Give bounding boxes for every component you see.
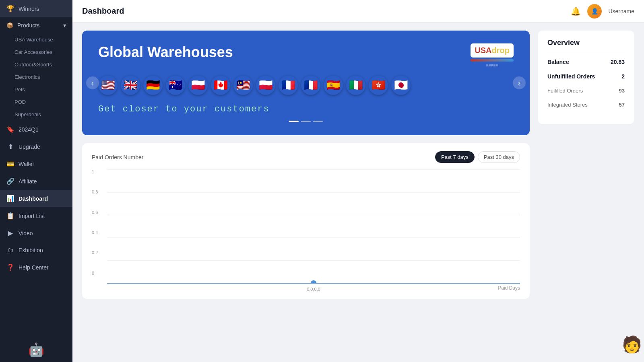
exhibition-icon: 🗂 — [6, 247, 14, 254]
y-label-04: 0.4 — [92, 230, 104, 235]
flag-au: 🇦🇺 — [166, 76, 185, 95]
sidebar-item-upgrade[interactable]: ⬆ Upgrade — [0, 138, 72, 155]
flag-de: 🇩🇪 — [143, 76, 163, 95]
logo-drop: drop — [492, 46, 510, 55]
dot-3[interactable] — [313, 121, 323, 122]
unfulfilled-label: Unfulfilled Orders — [547, 73, 595, 80]
stores-value: 57 — [619, 102, 625, 108]
2024q1-icon: 🔖 — [6, 125, 14, 133]
banner-top: Global Warehouses USA drop ≡≡≡≡≡ — [98, 43, 514, 68]
sidebar-item-help-label: Help Center — [19, 264, 49, 271]
sidebar-item-wallet[interactable]: 💳 Wallet — [0, 155, 72, 173]
main-content: Dashboard 🔔 👤 Username ‹ › Global Wareho… — [72, 0, 644, 362]
sidebar-item-exhibition-label: Exhibition — [19, 247, 43, 253]
flag-jp: 🇯🇵 — [391, 76, 411, 95]
top-header: Dashboard 🔔 👤 Username — [72, 0, 644, 23]
content-left: ‹ › Global Warehouses USA drop ≡≡≡≡≡ — [82, 31, 530, 354]
user-avatar[interactable]: 👤 — [587, 4, 602, 19]
stores-label: Integrated Stores — [547, 102, 588, 108]
logo-subtitle: ≡≡≡≡≡ — [471, 63, 514, 68]
chart-y-axis: 1 0.8 0.6 0.4 0.2 0 — [92, 169, 104, 284]
balance-label: Balance — [547, 59, 569, 65]
banner-logo: USA drop ≡≡≡≡≡ — [471, 43, 514, 68]
submenu-electronics[interactable]: Electronics — [14, 71, 72, 83]
flag-pl2: 🇵🇱 — [256, 76, 275, 95]
video-icon: ▶ — [6, 229, 14, 237]
import-list-icon: 📋 — [6, 212, 14, 220]
sidebar: 🏆 Winners 📦 Products ▾ USA Warehouse Car… — [0, 0, 72, 362]
overview-divider — [547, 52, 625, 52]
overview-row-balance: Balance 20.83 — [547, 59, 625, 65]
sidebar-item-video-label: Video — [19, 230, 33, 237]
affiliate-icon: 🔗 — [6, 177, 14, 185]
banner-next-button[interactable]: › — [513, 76, 526, 89]
sidebar-item-affiliate-label: Affiliate — [19, 178, 37, 185]
sidebar-item-dashboard[interactable]: 📊 Dashboard — [0, 190, 72, 207]
flag-fr1: 🇫🇷 — [279, 76, 298, 95]
chart-title: Paid Orders Number — [92, 154, 143, 160]
chart-btn-30days[interactable]: Past 30 days — [478, 151, 520, 163]
chevron-icon: ▾ — [63, 22, 66, 29]
banner-heading: Global Warehouses — [98, 43, 233, 61]
help-icon: ❓ — [6, 263, 14, 271]
flag-uk: 🇬🇧 — [121, 76, 140, 95]
wallet-icon: 💳 — [6, 160, 14, 168]
sidebar-item-import-list-label: Import List — [19, 213, 45, 219]
y-label-1: 1 — [92, 169, 104, 174]
sidebar-item-exhibition[interactable]: 🗂 Exhibition — [0, 242, 72, 259]
overview-row-unfulfilled: Unfulfilled Orders 2 — [547, 73, 625, 80]
upgrade-icon: ⬆ — [6, 143, 14, 150]
overview-card: Overview Balance 20.83 Unfulfilled Order… — [538, 31, 634, 124]
overview-title: Overview — [547, 39, 625, 47]
chart-buttons: Past 7 days Past 30 days — [435, 151, 520, 163]
mascot-icon: 🤖 — [28, 342, 44, 357]
flag-my: 🇲🇾 — [233, 76, 253, 95]
flag-pl1: 🇵🇱 — [188, 76, 208, 95]
sidebar-item-import-list[interactable]: 📋 Import List — [0, 207, 72, 224]
submenu-superdeals[interactable]: Superdeals — [14, 108, 72, 121]
submenu-car-accessories[interactable]: Car Accessories — [14, 46, 72, 58]
notification-bell-icon[interactable]: 🔔 — [571, 6, 581, 16]
sidebar-item-products-label: Products — [17, 22, 39, 29]
fulfilled-label: Fulfilled Orders — [547, 88, 583, 94]
chart-area: 0,0,0,0 — [107, 169, 520, 284]
dashboard-icon: 📊 — [6, 195, 14, 202]
global-warehouses-banner: ‹ › Global Warehouses USA drop ≡≡≡≡≡ — [82, 31, 530, 135]
submenu-outdoor-sports[interactable]: Outdoor&Sports — [14, 58, 72, 71]
avatar-placeholder: 👤 — [591, 8, 598, 14]
floating-user-icon: 🧑 — [620, 335, 644, 354]
banner-prev-button[interactable]: ‹ — [86, 76, 99, 89]
page-title: Dashboard — [82, 6, 124, 16]
logo-underline — [471, 59, 514, 62]
banner-title-area: Global Warehouses — [98, 43, 233, 61]
submenu-pod[interactable]: POD — [14, 96, 72, 108]
flag-it: 🇮🇹 — [346, 76, 365, 95]
flag-usa: 🇺🇸 — [98, 76, 118, 95]
sidebar-item-2024q1[interactable]: 🔖 2024Q1 — [0, 121, 72, 138]
dot-2[interactable] — [301, 121, 311, 122]
flag-hk: 🇭🇰 — [369, 76, 388, 95]
sidebar-item-affiliate[interactable]: 🔗 Affiliate — [0, 173, 72, 190]
balance-value: 20.83 — [611, 59, 625, 65]
y-label-06: 0.6 — [92, 210, 104, 215]
y-label-02: 0.2 — [92, 250, 104, 255]
sidebar-item-products[interactable]: 📦 Products ▾ — [0, 17, 72, 33]
fulfilled-value: 93 — [619, 88, 625, 94]
products-icon: 📦 — [6, 22, 13, 29]
chart-x-label: 0,0,0,0 — [107, 287, 520, 292]
flags-row: 🇺🇸 🇬🇧 🇩🇪 🇦🇺 🇵🇱 🇨🇦 🇲🇾 🇵🇱 🇫🇷 🇲🇫 🇪🇸 🇮🇹 🇭🇰 🇯… — [98, 76, 514, 95]
chart-header: Paid Orders Number Past 7 days Past 30 d… — [92, 151, 520, 163]
sidebar-item-winners[interactable]: 🏆 Winners — [0, 0, 72, 17]
sidebar-products-section: 📦 Products ▾ USA Warehouse Car Accessori… — [0, 17, 72, 121]
sidebar-item-video[interactable]: ▶ Video — [0, 224, 72, 242]
sidebar-item-dashboard-label: Dashboard — [19, 195, 48, 202]
banner-dots — [98, 121, 514, 122]
logo-usa: USA — [475, 46, 491, 55]
submenu-usa-warehouse[interactable]: USA Warehouse — [14, 33, 72, 46]
sidebar-item-help-center[interactable]: ❓ Help Center — [0, 259, 72, 276]
sidebar-item-upgrade-label: Upgrade — [19, 144, 40, 150]
sidebar-item-winners-label: Winners — [19, 6, 39, 12]
dot-1[interactable] — [289, 121, 299, 122]
chart-btn-7days[interactable]: Past 7 days — [435, 151, 475, 163]
submenu-pets[interactable]: Pets — [14, 83, 72, 96]
